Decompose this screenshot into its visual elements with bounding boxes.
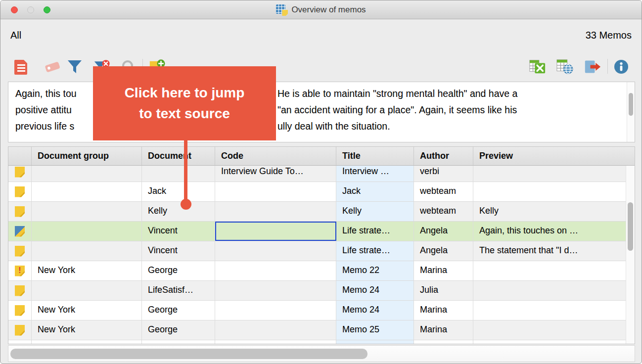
- cell-memo-icon[interactable]: [8, 261, 32, 280]
- preview-scrollbar[interactable]: [627, 82, 635, 142]
- cell-document[interactable]: Jack: [142, 182, 215, 201]
- cell-code[interactable]: [215, 202, 336, 221]
- cell-memo-icon[interactable]: [8, 166, 32, 182]
- cell-document-group[interactable]: New York: [32, 301, 142, 320]
- cell-author[interactable]: [414, 340, 473, 344]
- memo-yellow-icon[interactable]: [15, 167, 25, 178]
- cell-preview[interactable]: [473, 281, 626, 300]
- export-excel-icon[interactable]: [529, 58, 546, 76]
- cell-author[interactable]: webteam: [414, 202, 473, 221]
- cell-document-group[interactable]: [32, 241, 142, 261]
- cell-author[interactable]: Angela: [414, 222, 473, 241]
- cell-title[interactable]: Memo 25: [336, 320, 414, 340]
- cell-memo-icon[interactable]: [8, 241, 32, 261]
- cell-document-group[interactable]: New York: [32, 261, 142, 280]
- cell-author[interactable]: Marina: [414, 261, 473, 280]
- cell-preview[interactable]: [473, 320, 626, 340]
- column-header-title[interactable]: Title: [336, 147, 414, 165]
- cell-memo-icon[interactable]: [8, 202, 32, 221]
- column-header-preview[interactable]: Preview: [473, 147, 635, 165]
- titlebar[interactable]: Overview of memos: [0, 0, 642, 19]
- memo-yellow-icon[interactable]: [15, 325, 25, 336]
- cell-title[interactable]: Memo 22: [336, 261, 414, 280]
- cell-document[interactable]: George: [142, 320, 215, 340]
- cell-preview[interactable]: Kelly: [473, 202, 626, 221]
- cell-memo-icon[interactable]: [8, 320, 32, 340]
- cell-document-group[interactable]: [32, 222, 142, 241]
- cell-document[interactable]: George: [142, 301, 215, 320]
- cell-preview[interactable]: [473, 182, 626, 201]
- cell-document-group[interactable]: [32, 202, 142, 221]
- cell-code[interactable]: [215, 320, 336, 340]
- cell-document-group[interactable]: [32, 182, 142, 201]
- cell-author[interactable]: Marina: [414, 320, 473, 340]
- memo-yellow-icon[interactable]: [15, 305, 25, 316]
- table-row[interactable]: JackJackwebteam: [8, 182, 626, 202]
- table-row[interactable]: VincentLife strate…AngelaAgain, this tou…: [8, 222, 626, 241]
- cell-document[interactable]: George: [142, 261, 215, 280]
- cell-memo-icon[interactable]: [8, 281, 32, 300]
- cell-document-group[interactable]: [32, 166, 142, 182]
- cell-memo-icon[interactable]: [8, 340, 32, 344]
- table-horizontal-scrollbar-thumb[interactable]: [10, 349, 367, 359]
- cell-document-group[interactable]: [32, 340, 142, 344]
- cell-preview[interactable]: The statement that "I d…: [473, 241, 626, 261]
- table-horizontal-scrollbar[interactable]: [8, 345, 635, 362]
- cell-code[interactable]: [215, 222, 336, 241]
- column-header-document[interactable]: Document: [142, 147, 215, 165]
- memo-yellow-icon[interactable]: [15, 186, 25, 197]
- cell-preview[interactable]: [473, 340, 626, 344]
- cell-memo-icon[interactable]: [8, 301, 32, 320]
- cell-document[interactable]: [142, 340, 215, 344]
- table-row[interactable]: New YorkGeorgeMemo 22Marina: [8, 261, 626, 281]
- export-file-icon[interactable]: [584, 58, 601, 76]
- column-header-author[interactable]: Author: [414, 147, 473, 165]
- table-vertical-scrollbar[interactable]: [626, 166, 635, 344]
- cell-title[interactable]: Kelly: [336, 202, 414, 221]
- cell-code[interactable]: [215, 281, 336, 300]
- cell-title[interactable]: [336, 340, 414, 344]
- cell-memo-icon[interactable]: [8, 182, 32, 201]
- memo-linked-icon[interactable]: [15, 226, 25, 237]
- cell-title[interactable]: Memo 24: [336, 301, 414, 320]
- cell-memo-icon[interactable]: [8, 222, 32, 241]
- memo-yellow-icon[interactable]: [15, 285, 25, 296]
- open-document-icon[interactable]: [13, 58, 30, 76]
- cell-document[interactable]: Vincent: [142, 241, 215, 261]
- info-icon[interactable]: [613, 58, 630, 76]
- cell-author[interactable]: verbi: [414, 166, 473, 182]
- table-row[interactable]: New YorkGeorgeMemo 25Marina: [8, 320, 626, 340]
- cell-title[interactable]: Life strate…: [336, 222, 414, 241]
- table-vertical-scrollbar-thumb[interactable]: [628, 202, 633, 251]
- cell-code[interactable]: [215, 340, 336, 344]
- column-header-icon[interactable]: [8, 147, 32, 165]
- cell-code[interactable]: [215, 241, 336, 261]
- cell-author[interactable]: Angela: [414, 241, 473, 261]
- cell-code[interactable]: [215, 301, 336, 320]
- cell-code[interactable]: [215, 182, 336, 201]
- cell-code[interactable]: [215, 261, 336, 280]
- cell-author[interactable]: webteam: [414, 182, 473, 201]
- table-row[interactable]: KellyKellywebteamKelly: [8, 202, 626, 222]
- export-html-icon[interactable]: [556, 58, 573, 76]
- cell-code[interactable]: Interview Guide To…: [215, 166, 336, 182]
- memo-yellow-icon[interactable]: [15, 206, 25, 217]
- table-row[interactable]: Interview Guide To…Interview …verbi: [8, 166, 626, 182]
- cell-title[interactable]: Memo 24: [336, 281, 414, 300]
- table-row[interactable]: New YorkGeorgeMemo 24Marina: [8, 301, 626, 320]
- table-row[interactable]: VincentLife strate…AngelaThe statement t…: [8, 241, 626, 261]
- cell-author[interactable]: Marina: [414, 301, 473, 320]
- cell-title[interactable]: Jack: [336, 182, 414, 201]
- table-row[interactable]: [8, 340, 626, 344]
- memo-important-icon[interactable]: [15, 266, 25, 276]
- cell-document[interactable]: Vincent: [142, 222, 215, 241]
- cell-preview[interactable]: [473, 166, 626, 182]
- cell-document[interactable]: [142, 166, 215, 182]
- cell-preview[interactable]: [473, 261, 626, 280]
- memo-yellow-icon[interactable]: [15, 246, 25, 257]
- filter-icon[interactable]: [66, 58, 83, 76]
- cell-preview[interactable]: [473, 301, 626, 320]
- cell-document-group[interactable]: New York: [32, 320, 142, 340]
- cell-title[interactable]: Life strate…: [336, 241, 414, 261]
- cell-author[interactable]: Julia: [414, 281, 473, 300]
